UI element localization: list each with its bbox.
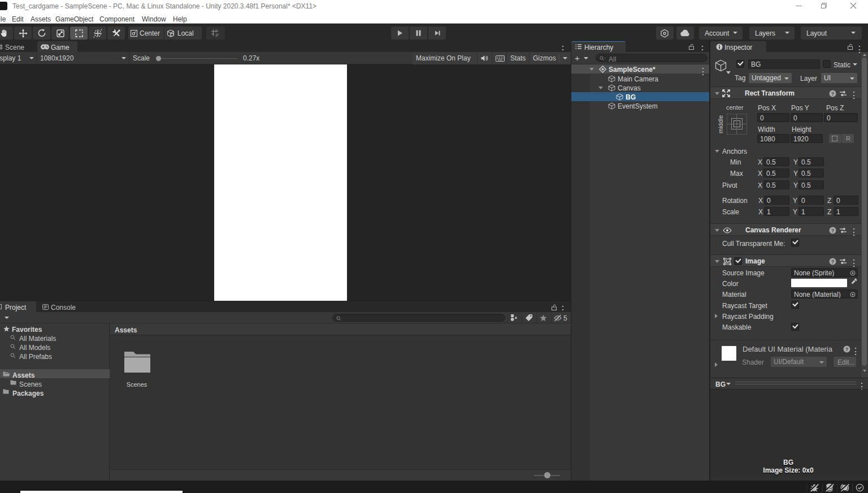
svg-text:?: ? <box>831 91 835 97</box>
svg-text:?: ? <box>845 347 849 352</box>
svg-text:?: ? <box>831 259 835 265</box>
svg-text:?: ? <box>831 228 835 233</box>
